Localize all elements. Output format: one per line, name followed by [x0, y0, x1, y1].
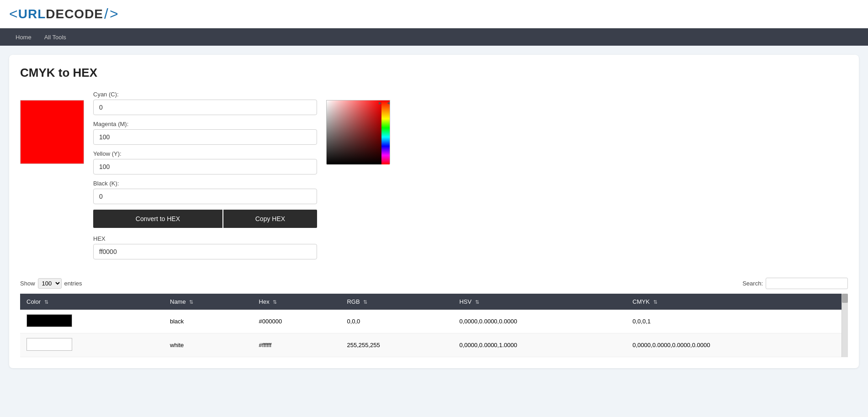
magenta-label: Magenta (M): [93, 121, 317, 127]
hex-input[interactable] [93, 244, 317, 259]
col-hsv-label: HSV [459, 298, 471, 305]
entries-select[interactable]: 10 25 50 100 [38, 278, 62, 289]
col-name-sort-icon: ⇅ [189, 299, 193, 305]
hue-slider[interactable] [381, 100, 390, 164]
magenta-group: Magenta (M): [93, 121, 317, 145]
search-wrap: Search: [742, 278, 848, 289]
button-row: Convert to HEX Copy HEX [93, 210, 317, 228]
logo-slash: / [104, 5, 109, 22]
cyan-label: Cyan (C): [93, 91, 317, 98]
col-rgb[interactable]: RGB ⇅ [340, 294, 453, 310]
col-hex-sort-icon: ⇅ [273, 299, 277, 305]
col-hex[interactable]: Hex ⇅ [253, 294, 341, 310]
row-hsv-white: 0,0000,0.0000,1.0000 [453, 333, 626, 357]
yellow-label: Yellow (Y): [93, 150, 317, 157]
col-cmyk-sort-icon: ⇅ [653, 299, 657, 305]
row-rgb-black: 0,0,0 [340, 310, 453, 333]
yellow-input[interactable] [93, 159, 317, 174]
nav-item-all-tools[interactable]: All Tools [38, 28, 73, 46]
gradient-main [327, 100, 381, 164]
table-section: Show 10 25 50 100 entries Search: [20, 278, 848, 357]
row-name-white: white [164, 333, 253, 357]
col-name-label: Name [170, 298, 186, 305]
row-name-black: black [164, 310, 253, 333]
table-wrapper: Color ⇅ Name ⇅ Hex ⇅ [20, 294, 848, 357]
swatch-white [26, 338, 72, 351]
yellow-group: Yellow (Y): [93, 150, 317, 174]
gradient-dark-overlay [327, 100, 381, 164]
logo[interactable]: <URLDECODE/> [9, 5, 119, 22]
table-controls: Show 10 25 50 100 entries Search: [20, 278, 848, 289]
black-group: Black (K): [93, 180, 317, 204]
table-head: Color ⇅ Name ⇅ Hex ⇅ [20, 294, 848, 310]
row-hex-black: #000000 [253, 310, 341, 333]
row-rgb-white: 255,255,255 [340, 333, 453, 357]
nav-bar: Home All Tools [0, 28, 868, 46]
col-cmyk-label: CMYK [633, 298, 650, 305]
color-table: Color ⇅ Name ⇅ Hex ⇅ [20, 294, 848, 357]
hue-cursor [381, 101, 390, 104]
table-header-row: Color ⇅ Name ⇅ Hex ⇅ [20, 294, 848, 310]
header: <URLDECODE/> [0, 0, 868, 28]
col-color-label: Color [26, 298, 41, 305]
tool-card: CMYK to HEX Cyan (C): Magenta (M): Yello… [9, 55, 859, 368]
show-entries: Show 10 25 50 100 entries [20, 278, 82, 289]
black-input[interactable] [93, 189, 317, 204]
col-color-sort-icon: ⇅ [44, 299, 48, 305]
page-title: CMYK to HEX [20, 66, 848, 80]
col-rgb-label: RGB [347, 298, 360, 305]
entries-label: entries [64, 280, 82, 287]
swatch-black [26, 314, 72, 327]
logo-url-text: URL [18, 7, 46, 21]
cyan-group: Cyan (C): [93, 91, 317, 115]
col-hsv[interactable]: HSV ⇅ [453, 294, 626, 310]
color-picker-widget[interactable] [326, 100, 390, 164]
nav-item-home[interactable]: Home [9, 28, 38, 46]
row-color-swatch-white [20, 333, 164, 357]
magenta-input[interactable] [93, 129, 317, 145]
table-body: black #000000 0,0,0 0,0000,0.0000,0.0000… [20, 310, 848, 357]
show-label: Show [20, 280, 35, 287]
col-hsv-sort-icon: ⇅ [475, 299, 479, 305]
col-name[interactable]: Name ⇅ [164, 294, 253, 310]
table-row: white #ffffff 255,255,255 0,0000,0.0000,… [20, 333, 848, 357]
row-hsv-black: 0,0000,0.0000,0.0000 [453, 310, 626, 333]
hex-label: HEX [93, 235, 317, 242]
col-rgb-sort-icon: ⇅ [363, 299, 367, 305]
col-hex-label: Hex [259, 298, 270, 305]
convert-button[interactable]: Convert to HEX [93, 210, 222, 228]
black-label: Black (K): [93, 180, 317, 187]
col-cmyk[interactable]: CMYK ⇅ [626, 294, 848, 310]
scrollbar-track[interactable] [842, 294, 848, 357]
row-color-swatch [20, 310, 164, 333]
gradient-inner [327, 100, 381, 164]
search-label: Search: [742, 280, 763, 287]
copy-hex-button[interactable]: Copy HEX [223, 210, 317, 228]
cyan-input[interactable] [93, 100, 317, 115]
inputs-area: Cyan (C): Magenta (M): Yellow (Y): Black… [93, 91, 317, 265]
search-input[interactable] [766, 278, 848, 289]
row-hex-white: #ffffff [253, 333, 341, 357]
row-cmyk-black: 0,0,0,1 [626, 310, 848, 333]
scrollbar-thumb[interactable] [842, 294, 848, 303]
logo-decode-text: DECODE [46, 7, 103, 21]
color-preview [20, 100, 84, 164]
row-cmyk-white: 0,0000,0.0000,0.0000,0.0000 [626, 333, 848, 357]
hex-group: HEX [93, 235, 317, 259]
logo-bracket-close: > [110, 5, 119, 22]
table-row: black #000000 0,0,0 0,0000,0.0000,0.0000… [20, 310, 848, 333]
main-content: CMYK to HEX Cyan (C): Magenta (M): Yello… [0, 46, 868, 377]
tool-area: Cyan (C): Magenta (M): Yellow (Y): Black… [20, 91, 848, 265]
logo-bracket-open: < [9, 5, 18, 22]
col-color[interactable]: Color ⇅ [20, 294, 164, 310]
